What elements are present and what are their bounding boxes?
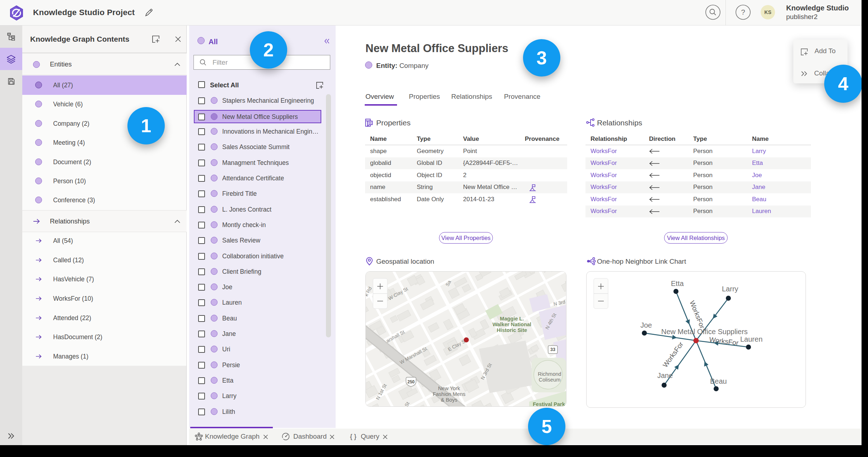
svg-text:33: 33: [550, 347, 555, 352]
svg-text:New York: New York: [438, 386, 460, 391]
svg-text:WorksFor: WorksFor: [709, 336, 739, 347]
svg-text:Richmond: Richmond: [538, 371, 561, 377]
svg-text:Larry: Larry: [722, 285, 738, 293]
svg-text:Coliseum: Coliseum: [539, 377, 560, 383]
svg-text:& Boys: & Boys: [441, 397, 457, 403]
svg-text:Joe: Joe: [640, 321, 652, 329]
svg-text:WorksFor: WorksFor: [688, 300, 706, 330]
svg-text:Festival Park: Festival Park: [533, 401, 565, 407]
svg-text:250: 250: [407, 379, 415, 384]
svg-text:Etta: Etta: [671, 280, 684, 287]
svg-text:Jane: Jane: [657, 371, 673, 379]
svg-text:Historic Site: Historic Site: [497, 327, 527, 333]
svg-text:Fashion Mens: Fashion Mens: [433, 391, 465, 397]
svg-text:?: ?: [741, 8, 745, 16]
svg-text:Lauren: Lauren: [740, 335, 762, 343]
svg-text:Beau: Beau: [710, 377, 727, 385]
svg-text:New Metal Office Suppliers: New Metal Office Suppliers: [661, 328, 748, 336]
svg-text:Walker National: Walker National: [493, 322, 531, 327]
svg-text:Maggie L.: Maggie L.: [500, 316, 524, 322]
svg-text:WorksFor: WorksFor: [661, 340, 685, 369]
